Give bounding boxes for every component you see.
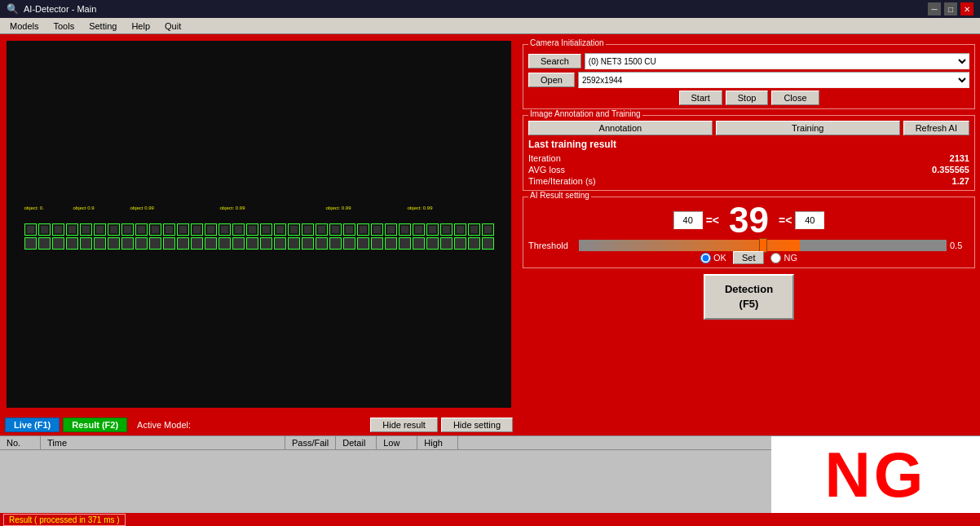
chip-b31 (440, 237, 452, 250)
chip-b20 (288, 237, 300, 250)
resolution-select[interactable]: 2592x1944 (578, 72, 969, 88)
timeiter-val: 1.27 (952, 176, 969, 186)
menu-models[interactable]: Models (3, 20, 45, 33)
chip-b23 (329, 237, 342, 250)
search-button[interactable]: Search (528, 54, 581, 69)
chip-5 (80, 223, 92, 236)
app-icon: 🔍 (7, 3, 19, 15)
active-model-label: Active Model: (137, 420, 191, 430)
range-left-input[interactable] (673, 211, 703, 229)
chip-1 (24, 223, 37, 236)
minimize-button[interactable]: ─ (928, 2, 941, 15)
pcb-row-1: object: 0. object 0.9 object 0.99 object… (24, 214, 494, 250)
ai-result-title: AI Result setting (528, 191, 591, 200)
chip-3 (52, 223, 64, 236)
chip-b33 (468, 237, 480, 250)
camera-init-rows: Search (0) NET3 1500 CU Open 2592x1944 S… (528, 53, 969, 105)
annotation-btn-row: Annotation Training Refresh AI (528, 121, 969, 135)
main-wrapper: object: 0. object 0.9 object 0.99 object… (0, 34, 980, 526)
bottom-section: No. Time Pass/Fail Detail Low High NG (0, 435, 980, 513)
detection-label-line1: Detection (725, 283, 773, 295)
camera-init-group: Camera Initialization Search (0) NET3 15… (523, 44, 975, 109)
detection-button[interactable]: Detection (F5) (704, 274, 794, 320)
chip-21 (302, 223, 314, 236)
cam-control-row: Start Stop Close (528, 91, 969, 105)
chip-b1 (24, 237, 37, 250)
close-button[interactable]: ✕ (960, 2, 973, 15)
pcb-visualization: object: 0. object 0.9 object 0.99 object… (24, 199, 494, 250)
chip-19 (274, 223, 286, 236)
chip-13 (191, 223, 203, 236)
results-body (0, 450, 771, 509)
timeiter-key: Time/Iteration (s) (528, 176, 596, 186)
stop-button[interactable]: Stop (726, 91, 769, 105)
chip-b2 (38, 237, 51, 250)
chip-b29 (413, 237, 425, 250)
search-row: Search (0) NET3 1500 CU (528, 53, 969, 69)
det-label-1: object: 0. (24, 206, 44, 210)
menu-help[interactable]: Help (125, 20, 157, 33)
detection-label-line2: (F5) (739, 298, 759, 310)
results-table-header: No. Time Pass/Fail Detail Low High (0, 436, 771, 450)
iteration-key: Iteration (528, 153, 561, 163)
col-no: No. (0, 436, 41, 449)
open-row: Open 2592x1944 (528, 72, 969, 88)
chip-b27 (385, 237, 397, 250)
chip-b9 (135, 237, 148, 250)
live-button[interactable]: Live (F1) (5, 418, 60, 432)
chip-29 (413, 223, 425, 236)
chip-10 (149, 223, 161, 236)
menu-tools[interactable]: Tools (46, 20, 81, 33)
camera-select[interactable]: (0) NET3 1500 CU (585, 53, 969, 69)
threshold-slider[interactable] (579, 240, 947, 251)
ng-radio[interactable] (770, 253, 781, 263)
col-time: Time (41, 436, 285, 449)
window-controls: ─ □ ✕ (928, 2, 973, 15)
chip-b22 (316, 237, 328, 250)
chip-8 (121, 223, 134, 236)
chip-b8 (121, 237, 134, 250)
ok-radio[interactable] (700, 253, 711, 263)
status-text: Result ( processed in 371 ms ) (3, 514, 126, 526)
menu-setting[interactable]: Setting (82, 20, 123, 33)
count-range-row: =< 39 =< (528, 202, 969, 238)
chip-23 (329, 223, 342, 236)
range-right-input[interactable] (795, 211, 824, 229)
col-passfail: Pass/Fail (285, 436, 336, 449)
start-button[interactable]: Start (679, 91, 722, 105)
ok-radio-group: OK (700, 253, 726, 263)
chip-17 (246, 223, 258, 236)
avgloss-val: 0.355565 (932, 165, 969, 175)
chip-9 (135, 223, 148, 236)
chip-27 (385, 223, 397, 236)
annotation-button[interactable]: Annotation (528, 121, 713, 135)
count-display: 39 (722, 202, 775, 238)
refresh-ai-button[interactable]: Refresh AI (903, 121, 969, 135)
camera-close-button[interactable]: Close (771, 91, 819, 105)
chip-32 (454, 223, 466, 236)
lte-left-symbol: =< (706, 214, 719, 227)
chip-31 (440, 223, 452, 236)
ng-display-panel: NG (771, 436, 980, 513)
avgloss-key: AVG loss (528, 165, 565, 175)
ai-result-group: AI Result setting =< 39 =< Threshold 0.5 (523, 197, 975, 268)
set-button[interactable]: Set (733, 251, 765, 264)
chip-b34 (482, 237, 494, 250)
open-button[interactable]: Open (528, 73, 575, 87)
threshold-value: 0.5 (950, 241, 969, 250)
pcb-rows: object: 0. object 0.9 object 0.99 object… (24, 199, 494, 250)
last-training-title: Last training result (528, 139, 969, 150)
chip-b16 (232, 237, 245, 250)
chip-b21 (302, 237, 314, 250)
menu-quit[interactable]: Quit (158, 20, 188, 33)
chip-b5 (80, 237, 92, 250)
hide-result-button[interactable]: Hide result (370, 418, 438, 432)
chip-14 (205, 223, 217, 236)
maximize-button[interactable]: □ (944, 2, 957, 15)
camera-bottom-bar: Live (F1) Result (F2) Active Model: Hide… (0, 414, 518, 435)
training-button[interactable]: Training (716, 121, 900, 135)
camera-viewport: object: 0. object 0.9 object 0.99 object… (0, 34, 518, 414)
result-button[interactable]: Result (F2) (63, 418, 127, 432)
chip-b25 (357, 237, 369, 250)
hide-setting-button[interactable]: Hide setting (441, 418, 513, 432)
